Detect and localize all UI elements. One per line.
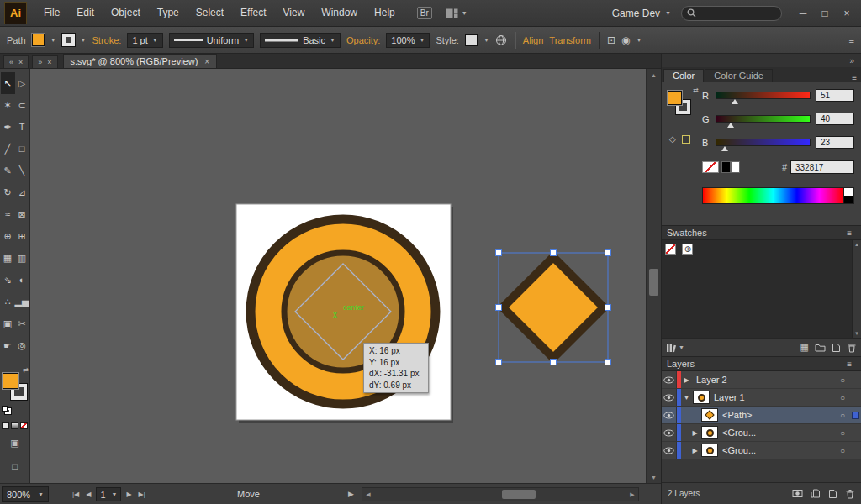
layer-row[interactable]: <Path>○ <box>662 407 861 424</box>
expand-arrow-icon[interactable]: ▶ <box>681 376 692 384</box>
menu-type[interactable]: Type <box>149 0 188 26</box>
white-swatch[interactable] <box>731 161 740 173</box>
vertical-scroll-thumb[interactable] <box>649 269 658 296</box>
rotate-tool[interactable]: ↻ <box>1 181 15 203</box>
hand-tool[interactable]: ☛ <box>1 334 15 356</box>
none-swatch[interactable] <box>702 161 719 173</box>
stroke-width-field[interactable]: 1 pt ▼ <box>127 33 162 48</box>
swatches-scrollbar[interactable]: ▲ ▼ <box>852 240 861 338</box>
color-panel-menu-icon[interactable]: ≡ <box>852 73 857 82</box>
green-value-field[interactable]: 40 <box>816 113 854 125</box>
swatch-libraries-icon[interactable]: ▼ <box>666 343 684 353</box>
scroll-down-icon[interactable]: ▼ <box>854 331 859 336</box>
layer-target-icon[interactable]: ○ <box>836 411 849 420</box>
visibility-eye-icon[interactable] <box>662 371 677 388</box>
type-tool[interactable]: T <box>15 116 29 138</box>
dropdown-arrow-icon[interactable]: ▼ <box>81 37 87 43</box>
blend-tool[interactable]: ◐ <box>15 269 29 291</box>
perspective-grid-tool[interactable]: ⊞ <box>15 225 29 247</box>
selected-diamond-shape[interactable] <box>503 257 604 358</box>
next-artboard-button[interactable]: ▶ <box>124 491 133 498</box>
artboard-tool[interactable]: ▣ <box>1 312 15 334</box>
dropdown-arrow-icon[interactable]: ▼ <box>152 37 158 43</box>
search-input[interactable] <box>700 8 776 18</box>
horizontal-scrollbar[interactable]: ◀ ▶ <box>362 487 639 501</box>
selection-tool[interactable]: ↖ <box>1 72 15 94</box>
search-box[interactable] <box>681 6 782 21</box>
scroll-right-icon[interactable]: ▶ <box>626 491 638 498</box>
visibility-eye-icon[interactable] <box>662 442 677 459</box>
minimize-button[interactable]: ─ <box>792 1 814 26</box>
dropdown-arrow-icon[interactable]: ▼ <box>50 37 56 43</box>
visibility-eye-icon[interactable] <box>662 407 677 423</box>
layer-name[interactable]: Layer 2 <box>692 375 836 385</box>
mesh-tool[interactable]: ▦ <box>1 247 15 269</box>
magic-wand-tool[interactable]: ✶ <box>1 94 15 116</box>
opacity-panel-link[interactable]: Opacity: <box>346 35 380 45</box>
horizontal-scroll-thumb[interactable] <box>502 490 536 499</box>
menu-object[interactable]: Object <box>103 0 149 26</box>
close-document-icon[interactable]: × <box>204 57 209 66</box>
drawing-mode-button[interactable]: ▣ <box>0 433 29 453</box>
none-mode-button[interactable] <box>20 422 28 429</box>
layer-row[interactable]: ▶<Grou...○ <box>662 442 861 459</box>
visibility-eye-icon[interactable] <box>662 389 677 406</box>
menu-view[interactable]: View <box>275 0 314 26</box>
recolor-artwork-icon[interactable]: ◉ <box>621 34 630 46</box>
graphic-style-swatch[interactable] <box>465 34 478 46</box>
scroll-left-icon[interactable]: ◀ <box>362 491 374 498</box>
blue-slider-handle[interactable] <box>721 146 728 151</box>
workspace-switcher[interactable]: Game Dev ▼ <box>612 8 671 19</box>
last-color-swatch[interactable] <box>682 135 690 144</box>
menu-file[interactable]: File <box>35 0 68 26</box>
stroke-color-swatch[interactable] <box>62 34 75 46</box>
layer-name[interactable]: Layer 1 <box>710 392 836 402</box>
new-swatch-icon[interactable] <box>832 343 841 353</box>
screen-mode-button[interactable]: □ <box>0 456 29 476</box>
scroll-down-icon[interactable]: ▼ <box>647 471 661 483</box>
red-slider[interactable] <box>716 92 811 99</box>
swap-fill-stroke-icon[interactable]: ⇄ <box>693 87 699 94</box>
menu-effect[interactable]: Effect <box>232 0 274 26</box>
free-transform-tool[interactable]: ⊠ <box>15 203 29 225</box>
slice-tool[interactable]: ✂ <box>15 312 29 334</box>
layer-thumbnail[interactable] <box>701 426 718 439</box>
swatches-panel-menu-icon[interactable]: ≡ <box>847 228 852 238</box>
width-profile-dropdown[interactable]: Uniform ▼ <box>169 33 254 48</box>
document-tab[interactable]: s.svg* @ 800% (RGB/Preview) × <box>63 54 218 68</box>
menu-help[interactable]: Help <box>366 0 404 26</box>
layer-name[interactable]: <Grou... <box>718 445 836 455</box>
layer-target-icon[interactable]: ○ <box>836 393 849 402</box>
layers-panel-header[interactable]: Layers ≡ <box>662 356 861 371</box>
layer-row[interactable]: ▶Layer 2○ <box>662 371 861 389</box>
make-clipping-mask-icon[interactable] <box>792 489 803 498</box>
blue-slider[interactable] <box>716 139 811 146</box>
layers-panel-menu-icon[interactable]: ≡ <box>847 360 852 369</box>
fill-swatch[interactable] <box>668 91 682 105</box>
expand-arrow-icon[interactable]: ▶ <box>689 429 700 437</box>
layer-thumbnail[interactable] <box>701 408 718 422</box>
zoom-tool[interactable]: ◎ <box>15 334 29 356</box>
new-color-group-icon[interactable] <box>815 343 826 352</box>
expand-arrow-icon[interactable]: ▶ <box>689 447 700 454</box>
line-segment-tool[interactable]: ╱ <box>1 138 15 160</box>
menu-select[interactable]: Select <box>188 0 232 26</box>
tab-color-guide[interactable]: Color Guide <box>705 69 773 82</box>
pencil-tool[interactable]: ╲ <box>15 160 29 181</box>
maximize-button[interactable]: □ <box>814 1 836 26</box>
gradient-tool[interactable]: ▥ <box>15 247 29 269</box>
black-swatch[interactable] <box>721 161 731 173</box>
swatch-kinds-icon[interactable]: ▦ <box>800 342 809 353</box>
horizontal-scroll-track[interactable] <box>374 488 626 501</box>
panel-stub-right[interactable]: » × <box>32 55 57 68</box>
panel-stub-left[interactable]: « × <box>3 55 29 68</box>
hex-value-field[interactable]: 332817 <box>790 160 854 174</box>
layer-thumbnail[interactable] <box>701 444 718 457</box>
swatches-panel-header[interactable]: Swatches ≡ <box>662 225 861 240</box>
vertical-scrollbar[interactable]: ▲ ▼ <box>646 69 661 483</box>
column-graph-tool[interactable]: ▂▅ <box>15 291 29 312</box>
layer-target-icon[interactable]: ○ <box>836 446 849 455</box>
first-artboard-button[interactable]: |◀ <box>71 491 81 498</box>
layer-thumbnail[interactable] <box>693 391 710 404</box>
white-black-selector[interactable] <box>844 187 854 204</box>
